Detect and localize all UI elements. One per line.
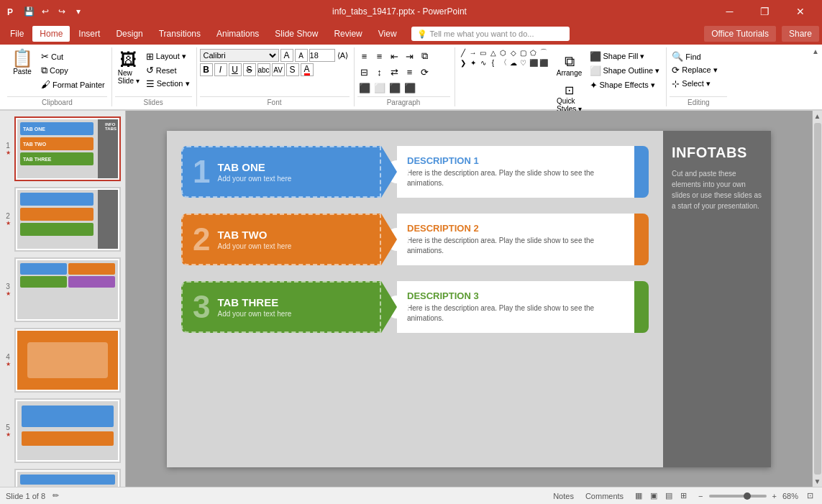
minimize-btn[interactable]: ─	[713, 0, 746, 23]
cylinder-shape[interactable]: ⬡	[498, 47, 508, 58]
strikethrough-btn[interactable]: S	[243, 63, 256, 76]
align-center-btn[interactable]: ⬜	[373, 81, 387, 95]
shape-outline-btn[interactable]: ⬜ Shape Outline ▾	[588, 65, 662, 77]
replace-btn[interactable]: ⟳ Replace ▾	[670, 64, 719, 76]
font-name-select[interactable]: Calibri	[200, 49, 279, 62]
increase-indent-btn[interactable]: ⇥	[403, 49, 417, 63]
menu-home[interactable]: Home	[32, 26, 70, 42]
redo-qat-btn[interactable]: ↪	[55, 4, 69, 19]
close-btn[interactable]: ✕	[784, 0, 816, 23]
underline-btn[interactable]: U	[229, 63, 242, 76]
copy-btn[interactable]: ⧉ Copy	[39, 64, 107, 77]
pentagon-shape[interactable]: ⬠	[529, 47, 539, 58]
chevron-shape[interactable]: ❯	[458, 58, 468, 68]
bold-btn[interactable]: B	[200, 63, 213, 76]
paste-btn[interactable]: 📋 Paste	[7, 47, 37, 77]
columns-btn[interactable]: ⊟	[357, 65, 372, 79]
slide-thumb-4[interactable]	[14, 328, 121, 393]
decrease-indent-btn[interactable]: ⇤	[388, 49, 402, 63]
scroll-down-btn[interactable]: ▼	[814, 477, 821, 485]
align-right-btn[interactable]: ⬛	[388, 81, 402, 95]
ribbon-collapse-btn[interactable]: ▲	[812, 47, 819, 55]
layout-btn[interactable]: ⊞ Layout ▾	[144, 50, 192, 63]
slide-thumb-5[interactable]	[14, 398, 121, 463]
text-shadow-btn[interactable]: S	[286, 63, 299, 76]
font-size-input[interactable]	[309, 49, 335, 62]
font-size-increase-btn[interactable]: A	[295, 49, 308, 62]
section-btn[interactable]: ☰ Section ▾	[144, 78, 192, 90]
zoom-slider-track[interactable]	[709, 495, 767, 498]
find-btn[interactable]: 🔍 Find	[670, 50, 719, 63]
save-qat-btn[interactable]: 💾	[22, 4, 36, 19]
align-left-btn[interactable]: ⬛	[357, 81, 372, 95]
slide-thumb-2[interactable]	[14, 187, 121, 252]
star4-shape[interactable]: ✦	[468, 58, 478, 68]
line-shape[interactable]: ╱	[458, 47, 468, 58]
add-smartart-btn[interactable]: ⧉	[418, 49, 432, 63]
italic-btn[interactable]: I	[214, 63, 227, 76]
cloud-shape[interactable]: ☁	[508, 58, 519, 68]
office-tutorials-btn[interactable]: Office Tutorials	[704, 26, 776, 42]
notes-btn[interactable]: Notes	[550, 491, 577, 501]
justify-btn[interactable]: ⬛	[403, 81, 417, 95]
format-painter-btn[interactable]: 🖌 Format Painter	[39, 78, 107, 91]
slide-thumb-1[interactable]: TAB ONE TAB TWO TAB THREE INFOTABS	[14, 116, 121, 181]
font-size-decrease-btn[interactable]: A	[280, 49, 293, 62]
arrow-shape[interactable]: →	[468, 47, 478, 58]
tab-1[interactable]: 1 TAB ONE Add your own text here	[181, 142, 649, 201]
superscript-btn[interactable]: AV	[272, 63, 285, 76]
restore-btn[interactable]: ❐	[749, 0, 781, 23]
round-rect-shape[interactable]: ▢	[519, 47, 529, 58]
diamond-shape[interactable]: ◇	[508, 47, 519, 58]
vertical-scrollbar[interactable]: ▲ ▼	[812, 111, 822, 487]
select-btn[interactable]: ⊹ Select ▾	[670, 78, 719, 90]
tab-3[interactable]: 3 TAB THREE Add your own text here DESCR…	[181, 278, 649, 336]
triangle-shape[interactable]: △	[488, 47, 498, 58]
menu-file[interactable]: File	[3, 26, 31, 42]
zoom-slider-thumb[interactable]	[744, 492, 751, 500]
slide-thumb-3[interactable]	[14, 257, 121, 322]
menu-slideshow[interactable]: Slide Show	[268, 26, 325, 42]
cut-btn[interactable]: ✂ Cut	[39, 50, 107, 63]
fit-window-btn[interactable]: ⊡	[804, 490, 816, 501]
shape-fill-btn[interactable]: ⬛ Shape Fill ▾	[588, 50, 662, 63]
tab-2[interactable]: 2 TAB TWO Add your own text here DESCRIP…	[181, 210, 649, 269]
wave-shape[interactable]: ∿	[478, 58, 488, 68]
align-text-btn[interactable]: ≡	[403, 65, 417, 79]
menu-animations[interactable]: Animations	[209, 26, 266, 42]
shape-effects-btn[interactable]: ✦ Shape Effects ▾	[588, 79, 662, 91]
slide-thumb-6[interactable]: INFOTABS	[14, 469, 121, 487]
zoom-in-btn[interactable]: +	[770, 491, 780, 501]
menu-design[interactable]: Design	[109, 26, 150, 42]
menu-insert[interactable]: Insert	[71, 26, 107, 42]
reset-btn[interactable]: ↺ Reset	[144, 64, 192, 76]
customize-qat-btn[interactable]: ▾	[71, 4, 86, 19]
rect-shape[interactable]: ▭	[478, 47, 488, 58]
new-slide-btn[interactable]: 🖼 NewSlide ▾	[115, 47, 142, 88]
menu-transitions[interactable]: Transitions	[152, 26, 208, 42]
scroll-thumb-v[interactable]	[814, 123, 821, 475]
slideshow-btn[interactable]: ⊞	[677, 490, 690, 501]
arrange-btn[interactable]: ⧉ Arrange	[554, 50, 585, 80]
menu-view[interactable]: View	[371, 26, 404, 42]
comments-btn[interactable]: Comments	[583, 491, 626, 501]
scroll-up-btn[interactable]: ▲	[814, 112, 821, 120]
bullets-btn[interactable]: ≡	[357, 49, 372, 63]
text-dir-btn[interactable]: ⇄	[388, 65, 402, 79]
clear-format-btn[interactable]: ⟨A⟩	[337, 49, 350, 62]
brace-shape[interactable]: 〈	[498, 58, 508, 68]
share-btn[interactable]: Share	[782, 26, 819, 42]
more-shapes[interactable]: ⬛	[539, 58, 549, 68]
reading-view-btn[interactable]: ▤	[662, 490, 675, 501]
font-color-btn[interactable]: A	[301, 63, 314, 76]
zoom-out-btn[interactable]: −	[695, 491, 705, 501]
flowchart-shape[interactable]: ⬛	[529, 58, 539, 68]
line-spacing-btn[interactable]: ↕	[373, 65, 387, 79]
normal-view-btn[interactable]: ▦	[632, 490, 645, 501]
undo-qat-btn[interactable]: ↩	[38, 4, 52, 19]
subscript-btn[interactable]: abc	[257, 63, 270, 76]
arc-shape[interactable]: ⌒	[539, 47, 549, 58]
heart-shape[interactable]: ♡	[519, 58, 529, 68]
slide-sorter-btn[interactable]: ▣	[647, 490, 660, 501]
convert-smartart-btn[interactable]: ⟳	[418, 65, 432, 79]
